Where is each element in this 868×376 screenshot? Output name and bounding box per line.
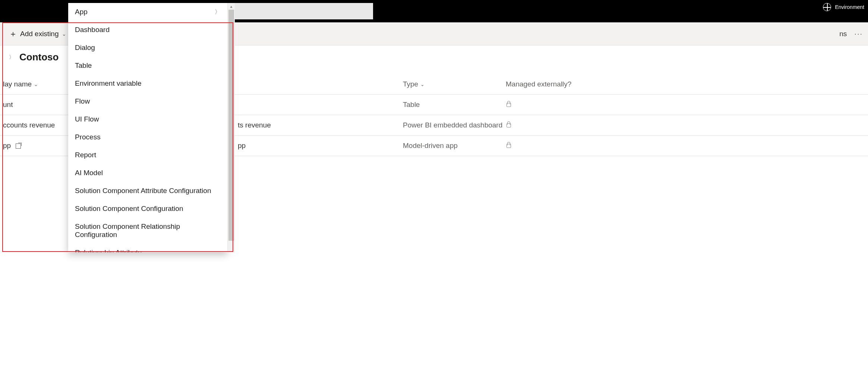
globe-icon — [823, 3, 831, 11]
row-name-right: ts revenue — [238, 121, 271, 129]
menu-item-ui-flow[interactable]: UI Flow — [68, 110, 227, 128]
environment-label: Environment — [835, 4, 864, 10]
column-header-managed-label: Managed externally? — [506, 80, 571, 88]
lock-icon — [506, 121, 512, 127]
column-header-type-label: Type — [403, 80, 418, 88]
add-existing-menu: App〉DashboardDialogTableEnvironment vari… — [68, 3, 235, 252]
plus-icon: ＋ — [9, 30, 17, 38]
search-box-background[interactable] — [231, 3, 373, 19]
menu-item-label: Dashboard — [75, 26, 110, 34]
cmdbar-partial-text: ns — [839, 30, 847, 38]
menu-scrollbar[interactable]: ▲ — [227, 3, 235, 252]
menu-item-dashboard[interactable]: Dashboard — [68, 21, 227, 39]
environment-picker[interactable]: Environment — [823, 3, 864, 11]
menu-item-label: Flow — [75, 97, 90, 105]
menu-item-table[interactable]: Table — [68, 57, 227, 75]
add-existing-menu-list: App〉DashboardDialogTableEnvironment vari… — [68, 3, 227, 252]
menu-item-relationship-attribute[interactable]: Relationship Attribute — [68, 244, 227, 252]
row-type: Model-driven app — [403, 142, 506, 150]
add-existing-button[interactable]: ＋ Add existing ⌄ — [5, 28, 70, 40]
menu-item-process[interactable]: Process — [68, 128, 227, 146]
menu-item-label: Solution Component Attribute Configurati… — [75, 187, 211, 195]
chevron-right-icon: 〉 — [215, 8, 221, 16]
menu-item-solution-component-configuration[interactable]: Solution Component Configuration — [68, 200, 227, 218]
lock-icon — [506, 142, 512, 148]
menu-item-label: Process — [75, 133, 101, 141]
row-name: unt — [3, 101, 13, 108]
column-header-type[interactable]: Type ⌄ — [403, 80, 506, 88]
column-header-name-label: lay name — [3, 80, 32, 88]
menu-item-label: UI Flow — [75, 115, 99, 123]
scroll-up-arrow-icon[interactable]: ▲ — [228, 3, 235, 10]
overflow-menu-button[interactable]: ··· — [854, 29, 863, 38]
row-type: Power BI embedded dashboard — [403, 121, 506, 129]
menu-item-label: AI Model — [75, 169, 103, 177]
menu-item-ai-model[interactable]: AI Model — [68, 164, 227, 182]
menu-item-solution-component-attribute-configuration[interactable]: Solution Component Attribute Configurati… — [68, 182, 227, 200]
menu-item-label: Relationship Attribute — [75, 249, 142, 252]
menu-item-label: Report — [75, 151, 96, 159]
row-type: Table — [403, 101, 506, 109]
menu-item-label: Environment variable — [75, 79, 141, 88]
menu-item-app[interactable]: App〉 — [68, 3, 227, 21]
menu-item-label: Dialog — [75, 44, 95, 52]
menu-item-report[interactable]: Report — [68, 146, 227, 164]
row-name: pp — [3, 142, 11, 149]
chevron-down-icon: ⌄ — [62, 31, 66, 37]
chevron-down-icon: ⌄ — [420, 82, 424, 87]
open-external-icon[interactable] — [16, 143, 21, 149]
solution-title: Contoso — [19, 51, 59, 63]
menu-item-flow[interactable]: Flow — [68, 92, 227, 110]
menu-item-dialog[interactable]: Dialog — [68, 39, 227, 57]
menu-item-solution-component-relationship-configuration[interactable]: Solution Component Relationship Configur… — [68, 218, 227, 244]
row-name-right: pp — [238, 142, 246, 150]
menu-item-label: App — [75, 8, 88, 16]
menu-item-label: Solution Component Configuration — [75, 205, 183, 213]
add-existing-label: Add existing — [20, 30, 59, 38]
chevron-down-icon: ⌄ — [34, 82, 38, 87]
menu-item-label: Table — [75, 61, 92, 70]
chevron-right-icon[interactable]: 〉 — [9, 54, 14, 61]
scroll-thumb[interactable] — [228, 10, 234, 241]
lock-icon — [506, 101, 512, 107]
column-header-managed[interactable]: Managed externally? — [506, 80, 580, 88]
menu-item-label: Solution Component Relationship Configur… — [75, 222, 221, 239]
menu-item-environment-variable[interactable]: Environment variable — [68, 75, 227, 92]
